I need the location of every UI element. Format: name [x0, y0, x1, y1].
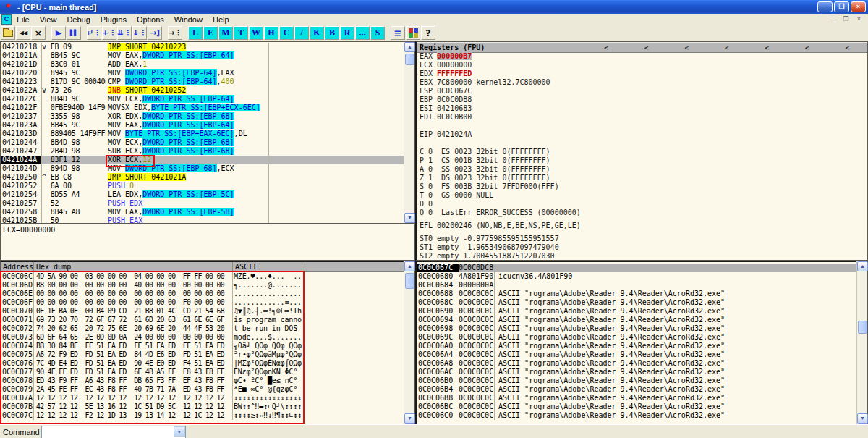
registers-pager-chevron-icon[interactable]: <	[725, 44, 728, 51]
scroll-up-arrow-icon[interactable]: ▲	[404, 261, 415, 271]
disasm-row[interactable]: 0421023D 889405 14F9FFFFMOV BYTE PTR SS:…	[1, 130, 404, 138]
dump-row[interactable]: 0C0C075CA6 72 F9 ED FD 51 EA ED 84 4D E6…	[1, 350, 404, 359]
scroll-down-arrow-icon[interactable]: ▼	[404, 413, 415, 424]
disasm-row[interactable]: 0421021D 83C0 01ADD EAX,1	[1, 60, 404, 69]
register-line[interactable]: ESP 0C0C067C	[420, 87, 861, 96]
toolbar-view-handles-button[interactable]: H	[264, 26, 278, 40]
register-line[interactable]: ESI 04210683	[420, 104, 861, 113]
menu-window[interactable]: Window	[169, 14, 208, 25]
disasm-row[interactable]: 0421024A 83F1 12XOR ECX,12	[1, 156, 404, 164]
disasm-row[interactable]: 04210250^ EB C8JMP SHORT 0421021A	[1, 173, 404, 182]
register-line[interactable]: ECX 00000000	[420, 61, 861, 70]
stack-row[interactable]: 0C0C06900C0C0C0CASCII "rograma\Adobe\Rea…	[417, 307, 857, 316]
stack-row[interactable]: 0C0C06840000000A	[417, 281, 857, 290]
register-line[interactable]: EBP 0C0C0DB8	[420, 96, 861, 104]
disasm-row[interactable]: 0421024D 894D 98MOV DWORD PTR SS:[EBP-68…	[1, 164, 404, 173]
toolbar-run-button[interactable]: ▶	[51, 26, 66, 40]
toolbar-view-run-trace-button[interactable]: ...	[355, 26, 370, 40]
stack-row[interactable]: 0C0C06C00C0C0C0CASCII "rograma\Adobe\Rea…	[417, 411, 857, 420]
mdi-close-button[interactable]: ×	[853, 14, 865, 24]
toolbar-view-windows-button[interactable]: W	[249, 26, 263, 40]
toolbar-restart-button[interactable]: ◀◀	[16, 26, 30, 40]
disasm-row[interactable]: 0421023A 8B45 9CMOV EAX,DWORD PTR SS:[EB…	[1, 121, 404, 130]
toolbar-animate-into-button[interactable]: ⇊⋮	[117, 26, 132, 40]
registers-pager-chevron-icon[interactable]: <	[604, 44, 608, 51]
stack-row[interactable]: 0C0C06804A801F90icucnv36.4A801F90	[417, 272, 857, 281]
registers-pager-chevron-icon[interactable]: <	[805, 44, 809, 51]
toolbar-view-memory-button[interactable]: M	[218, 26, 233, 40]
stack-row[interactable]: 0C0C06B40C0C0C0CASCII "rograma\Adobe\Rea…	[417, 385, 857, 394]
toolbar-view-patches-button[interactable]: /	[294, 26, 309, 40]
menu-help[interactable]: Help	[208, 14, 234, 25]
toolbar-go-to-button[interactable]: →⋮	[168, 26, 182, 40]
dump-row[interactable]: 0C0C078CED 43 F9 FF A6 43 F8 FF DB 65 F3…	[1, 376, 404, 385]
register-line[interactable]: ST1 empty -1.9653490687097479040	[420, 243, 861, 252]
disasm-row[interactable]: 04210237 3355 98XOR EDX,DWORD PTR SS:[EB…	[1, 112, 404, 121]
disasm-row[interactable]: 04210254 8D55 A4LEA EDX,DWORD PTR SS:[EB…	[1, 190, 404, 199]
register-line[interactable]: P 1 CS 001B 32bit 0(FFFFFFFF)	[420, 156, 861, 165]
register-line[interactable]: ST2 empty 1.7004551887512207030	[420, 252, 861, 261]
register-line[interactable]: Z 1 DS 0023 32bit 0(FFFFFFFF)	[420, 174, 861, 182]
menu-file[interactable]: File	[12, 14, 35, 25]
stack-row[interactable]: 0C0C069C0C0C0C0CASCII "rograma\Adobe\Rea…	[417, 333, 857, 342]
close-button[interactable]: ×	[851, 1, 866, 12]
dropdown-arrow-icon[interactable]: ▼	[174, 426, 185, 437]
disasm-row[interactable]: 04210258 8B45 A8MOV EAX,DWORD PTR SS:[EB…	[1, 208, 404, 216]
register-line[interactable]: T 0 GS 0000 NULL	[420, 191, 861, 200]
toolbar-view-cpu-button[interactable]: C	[279, 26, 294, 40]
dump-row[interactable]: 0C0C074CBB 30 84 BE FF 51 EA ED FF 51 EA…	[1, 342, 404, 350]
disasm-row[interactable]: 0421021A 8B45 9CMOV EAX,DWORD PTR SS:[EB…	[1, 51, 404, 60]
dump-row[interactable]: 0C0C07BC42 57 12 12 5E 13 16 12 1C 51 D9…	[1, 403, 404, 411]
disasm-row[interactable]: 04210223 817D 9C 000400CMP DWORD PTR SS:…	[1, 77, 404, 86]
disasm-row[interactable]: 0421022F 0FBE940D 14F9FFMOVSX EDX,BYTE P…	[1, 104, 404, 112]
menu-debug[interactable]: Debug	[61, 14, 95, 25]
disasm-row[interactable]: 04210218v EB 09JMP SHORT 04210223	[1, 43, 404, 51]
register-line[interactable]: EIP 0421024A	[420, 130, 861, 139]
disasm-row[interactable]: 0421022Av 73 26JNB SHORT 04210252	[1, 86, 404, 95]
dump-row[interactable]: 0C0C070C0E 1F BA 0E 00 B4 09 CD 21 B8 01…	[1, 307, 404, 316]
registers-pager-chevron-icon[interactable]: <	[644, 44, 648, 51]
toolbar-step-into-button[interactable]: ↵⋮	[87, 26, 101, 40]
registers-pager-chevron-icon[interactable]: <	[684, 44, 688, 51]
dump-row[interactable]: 0C0C071C69 73 20 70 72 6F 67 72 61 6D 20…	[1, 316, 404, 324]
toolbar-view-references-button[interactable]: R	[340, 26, 354, 40]
mdi-minimize-button[interactable]: _	[827, 14, 839, 24]
dump-row[interactable]: 0C0C06FC00 00 00 00 00 00 00 00 00 00 00…	[1, 298, 404, 307]
register-line[interactable]: EBX 7C800000 kernel32.7C800000	[420, 78, 861, 87]
disasm-row[interactable]: 0421022C 8B4D 9CMOV ECX,DWORD PTR SS:[EB…	[1, 95, 404, 104]
menu-options[interactable]: Options	[132, 14, 169, 25]
register-line[interactable]: D 0	[420, 200, 861, 209]
dump-row[interactable]: 0C0C079C2A 45 FE FF EC 43 F8 FF 40 7B 71…	[1, 385, 404, 394]
scroll-up-arrow-icon[interactable]: ▲	[404, 42, 415, 52]
disasm-row[interactable]: 04210247 2B4D 98SUB ECX,DWORD PTR SS:[EB…	[1, 147, 404, 156]
register-line[interactable]: C 0 ES 0023 32bit 0(FFFFFFFF)	[420, 148, 861, 156]
disasm-row[interactable]: 04210252 6A 00PUSH 0	[1, 182, 404, 190]
stack-row[interactable]: 0C0C06BC0C0C0C0CASCII "rograma\Adobe\Rea…	[417, 403, 857, 411]
toolbar-view-executables-button[interactable]: E	[203, 26, 218, 40]
toolbar-animate-over-button[interactable]: ↓⋮	[132, 26, 147, 40]
dump-row[interactable]: 0C0C07AC12 12 12 12 12 12 12 12 12 12 12…	[1, 394, 404, 403]
toolbar-view-source-button[interactable]: S	[370, 26, 385, 40]
menu-view[interactable]: View	[35, 14, 62, 25]
stack-row[interactable]: 0C0C06A80C0C0C0CASCII "rograma\Adobe\Rea…	[417, 359, 857, 368]
toolbar-pause-button[interactable]: ▌▌	[67, 26, 81, 40]
menu-plugins[interactable]: Plugins	[95, 14, 132, 25]
scroll-thumb[interactable]	[405, 54, 414, 65]
register-line[interactable]: EAX 000000B7	[420, 52, 861, 61]
stack-row[interactable]: 0C0C06880C0C0C0CASCII "rograma\Adobe\Rea…	[417, 290, 857, 298]
stack-row[interactable]: 0C0C06B80C0C0C0CASCII "rograma\Adobe\Rea…	[417, 394, 857, 403]
dump-row[interactable]: 0C0C06CC4D 5A 90 00 03 00 00 00 04 00 00…	[1, 272, 404, 281]
stack-row[interactable]: 0C0C067C0C0C0DC8	[417, 264, 857, 272]
toolbar-view-log-button[interactable]: L	[188, 26, 203, 40]
scroll-thumb[interactable]	[405, 273, 414, 289]
dump-row[interactable]: 0C0C073C6D 6F 64 65 2E 0D 0D 0A 24 00 00…	[1, 333, 404, 342]
dump-row[interactable]: 0C0C06EC00 00 00 00 00 00 00 00 00 00 00…	[1, 290, 404, 298]
mdi-restore-button[interactable]: ❐	[840, 14, 852, 24]
stack-row[interactable]: 0C0C06A40C0C0C0CASCII "rograma\Adobe\Rea…	[417, 350, 857, 359]
register-line[interactable]: S 0 FS 003B 32bit 7FFDF000(FFF)	[420, 182, 861, 191]
disassembly-scrollbar[interactable]: ▲ ▼	[404, 42, 414, 223]
toolbar-view-breakpoints-button[interactable]: B	[325, 26, 339, 40]
stack-row[interactable]: 0C0C06A00C0C0C0CASCII "rograma\Adobe\Rea…	[417, 342, 857, 350]
register-line[interactable]: EFL 00200246 (NO,NB,E,BE,NS,PE,GE,LE)	[420, 222, 861, 230]
toolbar-exec-till-return-button[interactable]: →]	[148, 26, 162, 40]
